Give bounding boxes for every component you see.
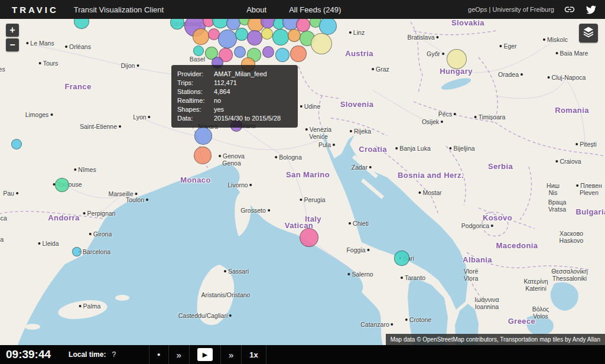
affiliation-link[interactable]: geOps | University of Freiburg: [468, 6, 554, 13]
playback-controls: ● » ▶ » 1x: [149, 345, 266, 364]
basemap: [0, 19, 605, 345]
layers-icon: [583, 26, 594, 40]
feed-marker[interactable]: [193, 28, 209, 45]
feed-marker[interactable]: [300, 228, 318, 247]
sea-thermaic-gulf: [551, 282, 578, 311]
feed-marker[interactable]: [447, 49, 467, 69]
island-ibiza: [25, 324, 40, 330]
link-icon[interactable]: [564, 4, 575, 15]
feed-marker[interactable]: [194, 147, 212, 164]
playback-bar: 09:39:44 Local time: ? ● » ▶ » 1x: [0, 345, 605, 364]
feed-marker[interactable]: [194, 127, 212, 145]
play-button[interactable]: ▶: [189, 345, 220, 364]
twitter-icon[interactable]: [585, 4, 597, 15]
app-subtitle: Transit Visualization Client: [74, 5, 164, 14]
rewind-icon: »: [177, 350, 181, 360]
zoom-out-button[interactable]: −: [6, 38, 19, 51]
map-attribution[interactable]: Map data © OpenStreetMap contributors, T…: [386, 334, 605, 345]
topbar-right: geOps | University of Freiburg: [468, 4, 597, 15]
clock-display: 09:39:44: [6, 348, 51, 361]
feed-marker[interactable]: [262, 46, 274, 58]
tooltip-row: Trips:112,471: [177, 79, 292, 87]
feed-marker[interactable]: [247, 30, 262, 46]
feed-marker[interactable]: [72, 247, 82, 256]
speed-button[interactable]: 1x: [241, 345, 266, 364]
sea-pagasetic-gulf: [526, 316, 554, 336]
local-time-label: Local time:: [69, 350, 106, 359]
feed-marker[interactable]: [288, 29, 301, 42]
tooltip-row: Stations:4,864: [177, 87, 292, 96]
local-time-value: ?: [112, 350, 116, 359]
dot-icon: ●: [157, 352, 160, 358]
feed-marker[interactable]: [193, 46, 204, 56]
tooltip-row: Shapes:yes: [177, 105, 292, 114]
layers-button[interactable]: [579, 24, 598, 43]
map-canvas[interactable]: FranceAustriaHungarySlovakiaSloveniaCroa…: [0, 19, 605, 345]
rewind-button[interactable]: »: [168, 345, 189, 364]
feed-marker[interactable]: [11, 139, 22, 150]
travic-app: TRAVIC Transit Visualization Client Abou…: [0, 0, 605, 364]
feed-marker[interactable]: [55, 178, 69, 192]
forward-icon: »: [229, 350, 233, 360]
tooltip-row: Realtime:no: [177, 96, 292, 105]
feed-marker[interactable]: [234, 46, 246, 58]
zoom-control: + −: [6, 24, 19, 53]
feed-marker[interactable]: [290, 46, 307, 62]
tooltip-row: Data:2015/4/30 to 2015/5/28: [177, 114, 292, 123]
feed-marker[interactable]: [235, 28, 248, 41]
feed-marker[interactable]: [272, 29, 289, 46]
feed-marker[interactable]: [261, 28, 273, 40]
forward-button[interactable]: »: [220, 345, 241, 364]
feed-marker[interactable]: [218, 30, 237, 48]
island-menorca: [115, 295, 129, 301]
feed-tooltip: Provider:AMAT_Milan_feedTrips:112,471Sta…: [171, 65, 298, 128]
lake-balaton: [440, 76, 472, 92]
feed-marker[interactable]: [311, 33, 332, 54]
feed-marker[interactable]: [275, 48, 290, 62]
step-dot-button[interactable]: ●: [149, 345, 168, 364]
zoom-in-button[interactable]: +: [6, 24, 19, 37]
feed-marker[interactable]: [394, 251, 409, 266]
topbar: TRAVIC Transit Visualization Client Abou…: [0, 0, 605, 19]
play-icon: ▶: [197, 348, 213, 361]
tooltip-rows: Provider:AMAT_Milan_feedTrips:112,471Sta…: [177, 70, 292, 123]
app-logo: TRAVIC: [12, 5, 58, 15]
tooltip-row: Provider:AMAT_Milan_feed: [177, 70, 292, 79]
nav-about[interactable]: About: [246, 5, 266, 14]
nav-all-feeds[interactable]: All Feeds (249): [289, 5, 341, 14]
